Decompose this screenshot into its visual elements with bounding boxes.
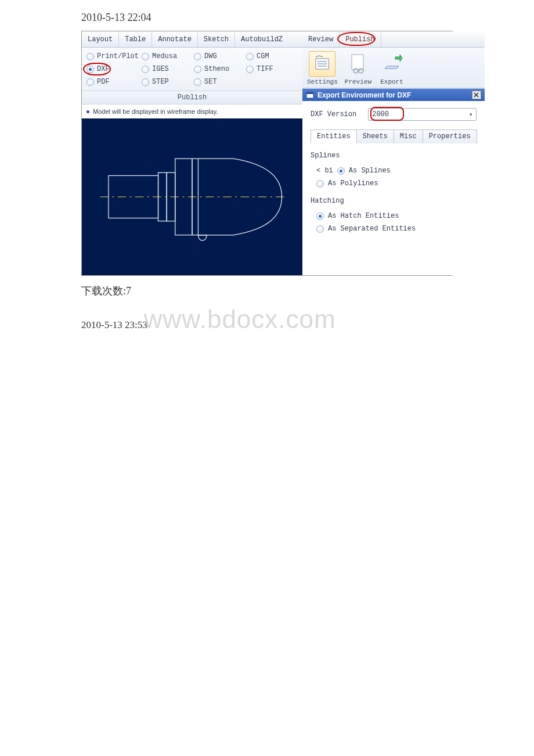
format-radio-grid: Print/Plot Medusa DWG CGM DXF IGES Sthen… xyxy=(82,48,302,91)
radio-dot-icon xyxy=(86,78,94,86)
toolbar-label: Settings xyxy=(307,78,338,85)
chevron-down-icon: ▼ xyxy=(470,112,472,117)
toolbar-preview[interactable]: Preview xyxy=(345,51,371,85)
toolbar-settings[interactable]: Settings xyxy=(307,51,338,85)
tab-misc[interactable]: Misc xyxy=(394,129,423,143)
radio-tiff[interactable]: TIFF xyxy=(246,65,298,73)
preview-icon xyxy=(345,51,371,77)
radio-label: DXF xyxy=(97,65,110,73)
left-panel: Layout Table Annotate Sketch AutobuildZ … xyxy=(82,31,302,275)
close-button[interactable] xyxy=(472,91,481,99)
radio-dot-icon xyxy=(316,180,324,188)
radio-label: As Separated Entities xyxy=(328,225,416,233)
download-count: 下载次数:7 xyxy=(81,284,453,298)
timestamp-bottom: 2010-5-13 23:53 xyxy=(81,319,147,331)
version-label: DXF Version xyxy=(311,110,356,118)
svg-rect-14 xyxy=(306,92,313,94)
toolbar-label: Export xyxy=(380,78,403,85)
radio-dxf[interactable]: DXF xyxy=(86,65,142,73)
splines-group-title: Splines xyxy=(311,152,477,160)
right-panel: Review Publish Settings xyxy=(302,31,485,275)
close-icon xyxy=(474,92,479,98)
app-window: Layout Table Annotate Sketch AutobuildZ … xyxy=(81,31,453,276)
radio-dot-icon xyxy=(246,66,254,73)
radio-set[interactable]: SET xyxy=(194,78,246,86)
version-value: 2000 xyxy=(372,110,389,118)
radio-dot-icon xyxy=(194,78,201,86)
bottom-row: 2010-5-13 23:53 www.bdocx.com xyxy=(81,305,453,334)
radio-label: PDF xyxy=(97,78,110,86)
tab-review[interactable]: Review xyxy=(302,31,340,47)
radio-label: DWG xyxy=(204,52,217,60)
tab-label: Publish xyxy=(345,35,374,44)
settings-icon xyxy=(309,51,335,77)
radio-stheno[interactable]: Stheno xyxy=(194,65,246,73)
tab-layout[interactable]: Layout xyxy=(82,31,119,47)
tab-sketch[interactable]: Sketch xyxy=(198,31,235,47)
radio-label: IGES xyxy=(152,65,169,73)
tab-annotate[interactable]: Annotate xyxy=(152,31,198,47)
radio-as-splines[interactable]: < bi As Splines xyxy=(311,164,477,177)
tab-properties[interactable]: Properties xyxy=(423,129,477,143)
radio-dot-icon xyxy=(316,213,324,220)
radio-print-plot[interactable]: Print/Plot xyxy=(86,52,142,60)
svg-rect-10 xyxy=(352,55,363,70)
radio-dwg[interactable]: DWG xyxy=(194,52,246,60)
tab-publish[interactable]: Publish xyxy=(340,31,381,47)
radio-medusa[interactable]: Medusa xyxy=(142,52,194,60)
radio-dot-icon xyxy=(142,53,149,60)
radio-label: As Splines xyxy=(349,167,391,175)
radio-label: TIFF xyxy=(257,65,273,73)
panel-title: Export Environment for DXF xyxy=(317,91,411,99)
export-tabs: Entities Sheets Misc Properties xyxy=(311,129,477,143)
radio-label: As Hatch Entities xyxy=(328,212,399,220)
radio-as-polylines[interactable]: As Polylines xyxy=(311,177,477,190)
right-toolbar: Settings Preview Export xyxy=(302,48,485,88)
svg-rect-1 xyxy=(109,175,158,218)
menu-tabs-right: Review Publish xyxy=(302,31,485,48)
hatching-group-title: Hatching xyxy=(311,197,477,205)
tab-autobuildz[interactable]: AutobuildZ xyxy=(235,31,288,47)
watermark-text: www.bdocx.com xyxy=(144,305,336,334)
radio-dot-icon xyxy=(337,167,345,175)
radio-dot-icon xyxy=(246,53,254,60)
radio-pdf[interactable]: PDF xyxy=(86,78,142,86)
radio-cgm[interactable]: CGM xyxy=(246,52,298,60)
radio-as-separated[interactable]: As Separated Entities xyxy=(311,222,477,235)
status-text: Model will be displayed in wireframe dis… xyxy=(93,108,218,115)
radio-dot-icon xyxy=(194,53,201,60)
publish-section-label: Publish xyxy=(82,91,302,105)
tab-sheets[interactable]: Sheets xyxy=(356,129,394,143)
radio-dot-icon xyxy=(86,53,94,60)
menu-tabs-left: Layout Table Annotate Sketch AutobuildZ xyxy=(82,31,302,48)
toolbar-export[interactable]: Export xyxy=(378,51,405,85)
tab-entities[interactable]: Entities xyxy=(311,129,357,143)
timestamp-top: 2010-5-13 22:04 xyxy=(81,12,453,24)
radio-as-hatch[interactable]: As Hatch Entities xyxy=(311,210,477,222)
radio-iges[interactable]: IGES xyxy=(142,65,194,73)
radio-dot-icon xyxy=(142,66,149,73)
radio-label: SET xyxy=(204,78,217,86)
version-select[interactable]: 2000 ▼ xyxy=(368,108,476,121)
status-bar: Model will be displayed in wireframe dis… xyxy=(82,105,302,118)
radio-label: As Polylines xyxy=(328,179,378,188)
radio-label: Print/Plot xyxy=(97,52,139,60)
radio-dot-icon xyxy=(316,225,324,233)
radio-dot-icon xyxy=(142,78,149,86)
radio-label: STEP xyxy=(152,78,169,86)
drawing-viewport[interactable] xyxy=(82,118,302,275)
radio-step[interactable]: STEP xyxy=(142,78,194,86)
radio-dot-icon xyxy=(86,66,94,73)
export-icon xyxy=(378,51,405,77)
window-icon xyxy=(306,92,314,99)
radio-label: CGM xyxy=(257,52,269,60)
toolbar-label: Preview xyxy=(345,78,371,85)
radio-dot-icon xyxy=(194,66,201,73)
radio-label: Medusa xyxy=(152,52,177,60)
bullet-icon xyxy=(86,110,89,113)
radio-label: Stheno xyxy=(204,65,229,73)
tab-table[interactable]: Table xyxy=(119,31,152,47)
export-environment-panel: Export Environment for DXF DXF Version 2… xyxy=(302,88,485,275)
panel-title-bar: Export Environment for DXF xyxy=(302,89,485,101)
wireframe-drawing-icon xyxy=(82,118,302,275)
